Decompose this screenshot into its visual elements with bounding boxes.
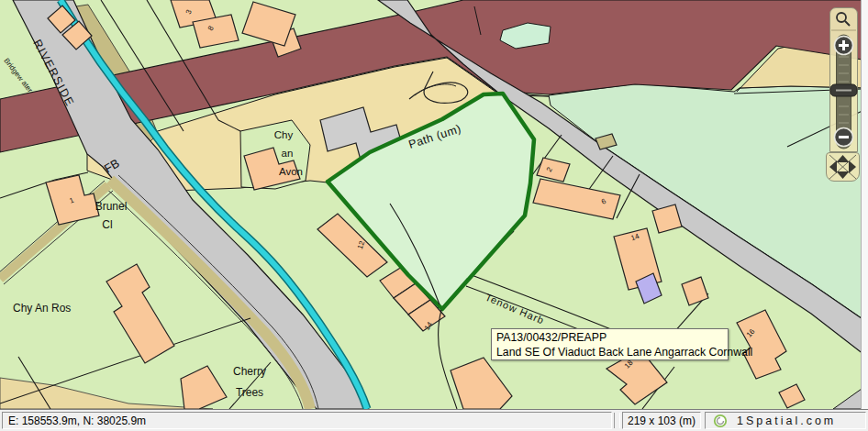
zoom-search-button[interactable] (829, 7, 858, 31)
zoom-out-button[interactable] (833, 127, 854, 151)
status-grip (614, 413, 620, 428)
zoom-in-button[interactable] (833, 35, 854, 60)
status-coordinates: E: 158553.9m, N: 38025.9m (2, 412, 612, 429)
place-label: Cherry (233, 365, 266, 378)
1spatial-logo-icon (713, 414, 728, 428)
road-label: Brunel (95, 200, 128, 213)
pan-arrows[interactable] (826, 152, 860, 185)
place-label: Avon (279, 166, 303, 177)
pan-up-button[interactable] (837, 155, 850, 162)
status-brand: 1Spatial.com (705, 412, 866, 429)
pan-left-button[interactable] (829, 160, 837, 173)
pan-right-button[interactable] (849, 160, 856, 173)
tooltip-description: Land SE Of Viaduct Back Lane Angarrack C… (496, 345, 723, 359)
zoom-slider-handle[interactable] (830, 84, 857, 96)
pan-down-button[interactable] (837, 171, 850, 179)
place-label: Chy An Ros (13, 302, 71, 315)
status-bar: E: 158553.9m, N: 38025.9m 219 x 103 (m) … (0, 409, 868, 431)
place-label: an (282, 148, 294, 159)
tooltip-reference: PA13/00432/PREAPP (496, 330, 723, 345)
map-application-window: RIVERSIDE Bridgew ater FB Brunel Cl Chy … (0, 0, 868, 431)
map-tooltip: PA13/00432/PREAPP Land SE Of Viaduct Bac… (491, 328, 729, 360)
coordinates-readout: E: 158553.9m, N: 38025.9m (8, 414, 146, 427)
place-label: Trees (236, 386, 263, 399)
magnifier-icon (837, 13, 850, 26)
status-extent: 219 x 103 (m) (622, 412, 701, 429)
map-edge-strip (861, 0, 868, 409)
place-label: Chy (274, 129, 294, 140)
brand-text: 1Spatial.com (737, 414, 836, 427)
road-label: Cl (102, 218, 112, 231)
extent-readout: 219 x 103 (m) (628, 414, 696, 427)
